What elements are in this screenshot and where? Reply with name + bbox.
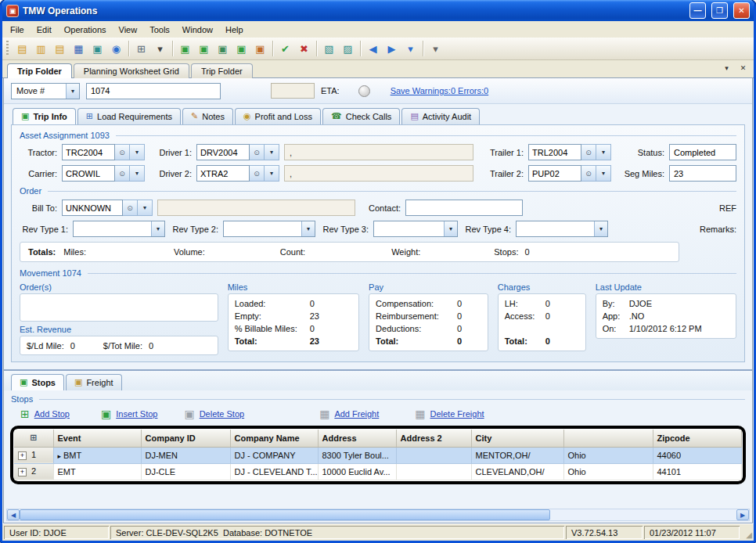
delete-freight-link[interactable]: Delete Freight: [430, 409, 484, 419]
back-icon[interactable]: ◀: [364, 40, 382, 58]
tractor-input[interactable]: [62, 144, 115, 160]
delete-stop-action[interactable]: ▣ Delete Stop: [184, 408, 244, 420]
status-input[interactable]: [669, 144, 736, 160]
app-icon[interactable]: ▣: [6, 5, 19, 17]
horizontal-scrollbar[interactable]: ◀ ▶: [6, 509, 750, 521]
delete-stop-link[interactable]: Delete Stop: [200, 409, 244, 419]
assign-trailer-icon[interactable]: ▣: [214, 40, 232, 58]
tab-trip-folder-2[interactable]: Trip Folder: [191, 63, 253, 78]
tractor-dropdown-icon[interactable]: [130, 144, 145, 160]
menu-view[interactable]: View: [113, 23, 144, 37]
row-2-address[interactable]: 10000 Euclid Av...: [318, 463, 396, 480]
col-event[interactable]: Event: [53, 430, 141, 447]
row-1-company-name[interactable]: DJ - COMPANY: [230, 447, 318, 463]
add-freight-action[interactable]: ▦ Add Freight: [319, 408, 379, 420]
move-number-input[interactable]: [86, 83, 221, 99]
rev-type4-dropdown-icon[interactable]: [594, 221, 607, 236]
add-freight-link[interactable]: Add Freight: [334, 409, 379, 419]
stop-row-2[interactable]: +2 EMT DJ-CLE DJ - CLEVELAND T... 10000 …: [14, 463, 742, 480]
scroll-right-icon[interactable]: ▶: [736, 509, 749, 520]
rev-type3-dropdown-icon[interactable]: [444, 221, 457, 236]
save-warnings-link[interactable]: Save Warnings:0 Errors:0: [391, 86, 489, 95]
tab-freight[interactable]: ▣ Freight: [66, 374, 122, 390]
delete-freight-action[interactable]: ▦ Delete Freight: [415, 408, 484, 420]
driver2-dropdown-icon[interactable]: [265, 165, 279, 182]
toolbar-options-icon[interactable]: ▾: [427, 40, 445, 58]
rev-type3-select[interactable]: [373, 221, 458, 237]
rev-type1-dropdown-icon[interactable]: [151, 221, 164, 236]
maximize-button[interactable]: ❐: [711, 2, 728, 19]
driver2-combo[interactable]: [196, 165, 279, 182]
col-address-2[interactable]: Address 2: [396, 430, 471, 447]
insert-stop-link[interactable]: Insert Stop: [116, 409, 157, 419]
copy-window-icon[interactable]: ▣: [88, 40, 106, 58]
trailer2-combo[interactable]: [528, 165, 611, 182]
tab-trip-folder[interactable]: Trip Folder: [7, 63, 72, 78]
stop-row-1[interactable]: +1 ▸BMT DJ-MEN DJ - COMPANY 8300 Tyler B…: [14, 447, 742, 463]
save-icon[interactable]: ▦: [70, 40, 88, 58]
menu-window[interactable]: Window: [176, 23, 219, 37]
driver1-input[interactable]: [196, 144, 250, 160]
tractor-lookup-icon[interactable]: [115, 144, 130, 160]
tab-check-calls[interactable]: ☎ Check Calls: [322, 108, 400, 124]
minimize-button[interactable]: —: [689, 2, 706, 19]
col-city[interactable]: City: [471, 430, 563, 447]
contact-input[interactable]: [405, 200, 523, 216]
row-2-city[interactable]: CLEVELAND,OH/: [471, 463, 563, 480]
folder-icon[interactable]: ▤: [51, 40, 69, 58]
unassign-icon[interactable]: ▣: [251, 40, 269, 58]
trailer2-input[interactable]: [528, 165, 581, 182]
cancel-trip-icon[interactable]: ✖: [295, 40, 313, 58]
row-2-state[interactable]: Ohio: [563, 463, 653, 480]
row-1-event[interactable]: ▸BMT: [53, 447, 141, 463]
grid-dropdown-icon[interactable]: ▾: [151, 40, 169, 58]
driver1-combo[interactable]: [196, 144, 279, 160]
rev-type2-dropdown-icon[interactable]: [301, 221, 315, 236]
row-1-expand-icon[interactable]: +: [18, 451, 27, 460]
menu-edit[interactable]: Edit: [31, 23, 58, 37]
tab-close-icon[interactable]: ✕: [737, 63, 749, 74]
bill-to-lookup-icon[interactable]: [123, 200, 138, 216]
tab-activity-audit[interactable]: ▤ Activity Audit: [401, 108, 480, 124]
trailer1-combo[interactable]: [528, 144, 611, 160]
row-1-state[interactable]: Ohio: [563, 447, 653, 463]
resize-grip-icon[interactable]: ◢: [741, 526, 752, 539]
bill-to-combo[interactable]: [62, 200, 153, 216]
menu-tools[interactable]: Tools: [143, 23, 176, 37]
col-address[interactable]: Address: [318, 430, 396, 447]
menu-file[interactable]: File: [4, 23, 31, 37]
row-2-company-id[interactable]: DJ-CLE: [141, 463, 230, 480]
tab-stops[interactable]: ▣ Stops: [11, 374, 64, 390]
row-2-event[interactable]: EMT: [53, 463, 141, 480]
trailer2-lookup-icon[interactable]: [581, 165, 596, 182]
tab-load-requirements[interactable]: ⊞ Load Requirements: [77, 108, 181, 124]
new-icon[interactable]: ▤: [13, 40, 31, 58]
row-2-company-name[interactable]: DJ - CLEVELAND T...: [230, 463, 318, 480]
driver1-lookup-icon[interactable]: [250, 144, 265, 160]
driver2-input[interactable]: [196, 165, 250, 182]
assign-driver-icon[interactable]: ▣: [176, 40, 194, 58]
row-1-company-id[interactable]: DJ-MEN: [141, 447, 230, 463]
info-icon[interactable]: ◉: [107, 40, 125, 58]
trailer1-input[interactable]: [528, 144, 581, 160]
tractor-combo[interactable]: [62, 144, 145, 160]
col-company-id[interactable]: Company ID: [141, 430, 230, 447]
insert-stop-action[interactable]: ▣ Insert Stop: [101, 408, 157, 420]
row-2-header[interactable]: +2: [14, 463, 53, 480]
move-type-dropdown-icon[interactable]: [66, 84, 79, 99]
tab-planning-worksheet-grid[interactable]: Planning Worksheet Grid: [74, 63, 189, 78]
add-stop-action[interactable]: ⊞ Add Stop: [20, 408, 70, 420]
row-2-address-2[interactable]: [396, 463, 471, 480]
carrier-combo[interactable]: [62, 165, 145, 182]
merge-trip-icon[interactable]: ▨: [339, 40, 357, 58]
carrier-dropdown-icon[interactable]: [130, 165, 145, 182]
split-trip-icon[interactable]: ▧: [320, 40, 338, 58]
tab-notes[interactable]: ✎ Notes: [182, 108, 233, 124]
col-state[interactable]: [563, 430, 653, 447]
trailer1-dropdown-icon[interactable]: [596, 144, 611, 160]
toolbar-grip[interactable]: [6, 41, 9, 56]
carrier-input[interactable]: [62, 165, 115, 182]
move-type-select[interactable]: Move #: [11, 83, 80, 99]
orders-box[interactable]: [20, 293, 218, 322]
open-icon[interactable]: ▥: [32, 40, 50, 58]
